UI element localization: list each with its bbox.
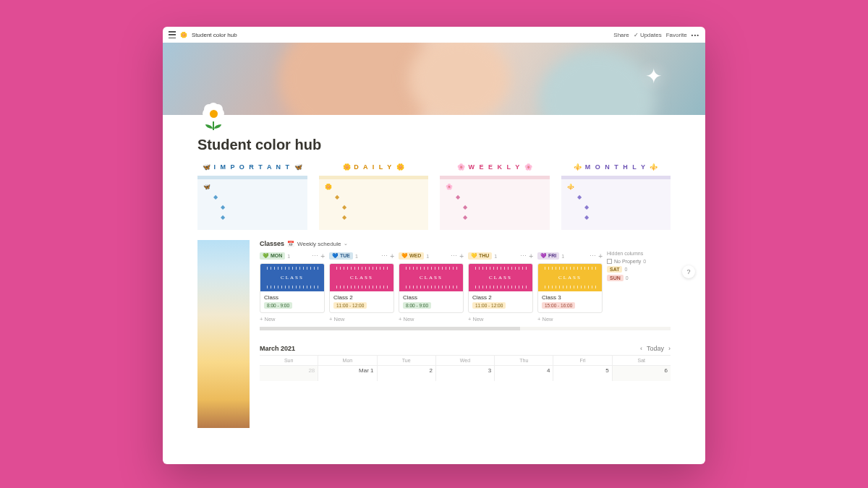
new-card-button[interactable]: New bbox=[260, 316, 325, 322]
weekday-label: Sat bbox=[613, 356, 671, 365]
column-count: 1 bbox=[426, 254, 429, 259]
card-cover: CLASS bbox=[538, 264, 602, 291]
block-body[interactable]: 🦋◆◆◆ bbox=[197, 179, 307, 230]
calendar-day[interactable]: 6 bbox=[613, 365, 671, 381]
card-cover: CLASS bbox=[330, 264, 393, 291]
card-cover: CLASS bbox=[399, 264, 463, 291]
day-tag[interactable]: 💚 MON bbox=[260, 252, 285, 260]
column-count: 0 bbox=[624, 267, 627, 272]
prev-month-icon[interactable]: ‹ bbox=[640, 345, 642, 352]
bullet-icon: ◆ bbox=[456, 194, 544, 200]
block-item-icon: 🦋 bbox=[203, 184, 210, 190]
bullet-icon: ◆ bbox=[463, 204, 544, 210]
new-card-button[interactable]: New bbox=[399, 316, 464, 322]
block-deco-icon: ⚜️ bbox=[650, 163, 658, 171]
breadcrumb[interactable]: Student color hub bbox=[192, 32, 237, 38]
weekday-label: Mon bbox=[318, 356, 376, 365]
block-heading[interactable]: ⚜️ M O N T H L Y ⚜️ bbox=[561, 163, 671, 174]
calendar-day[interactable]: 2 bbox=[378, 365, 435, 381]
day-tag[interactable]: SAT bbox=[607, 266, 622, 273]
view-selector[interactable]: Weekly schedule bbox=[297, 241, 341, 247]
page-icon[interactable] bbox=[203, 103, 229, 129]
calendar-month[interactable]: March 2021 bbox=[260, 345, 295, 352]
updates-button[interactable]: Updates bbox=[634, 32, 662, 38]
column-more-icon[interactable]: ⋯ bbox=[451, 252, 457, 260]
today-button[interactable]: Today bbox=[647, 345, 664, 352]
side-image bbox=[197, 240, 250, 428]
hidden-columns-label[interactable]: Hidden columns bbox=[607, 251, 654, 256]
class-card[interactable]: CLASSClass8:00 - 9:00 bbox=[399, 263, 464, 313]
sidebar-toggle-icon[interactable] bbox=[169, 31, 176, 38]
new-card-button[interactable]: New bbox=[468, 316, 533, 322]
column-add-icon[interactable]: + bbox=[529, 252, 533, 260]
chevron-down-icon[interactable]: ⌄ bbox=[344, 241, 348, 247]
block-deco-icon: ⚜️ bbox=[574, 163, 582, 171]
block-body[interactable]: 🌸◆◆◆ bbox=[440, 179, 550, 230]
favorite-button[interactable]: Favorite bbox=[666, 32, 687, 38]
bullet-icon: ◆ bbox=[221, 204, 302, 210]
weekday-label: Tue bbox=[378, 356, 435, 365]
card-time: 11:00 - 12:00 bbox=[333, 302, 367, 309]
day-tag[interactable]: SUN bbox=[607, 275, 624, 281]
day-tag[interactable]: 🧡 WED bbox=[399, 252, 424, 260]
calendar-day[interactable]: 4 bbox=[495, 365, 553, 381]
block-deco-icon: 🌼 bbox=[396, 163, 404, 171]
next-month-icon[interactable]: › bbox=[668, 345, 671, 352]
noprop-label[interactable]: No Property bbox=[614, 259, 641, 264]
block-body[interactable]: 🌼◆◆◆ bbox=[319, 179, 429, 230]
block-heading[interactable]: 🦋 I M P O R T A N T 🦋 bbox=[197, 163, 307, 174]
help-button[interactable]: ? bbox=[682, 265, 695, 278]
card-time: 8:00 - 9:00 bbox=[403, 302, 431, 309]
bullet-icon: ◆ bbox=[221, 214, 302, 221]
page-title[interactable]: Student color hub bbox=[197, 137, 671, 153]
class-card[interactable]: CLASSClass 315:00 - 16:00 bbox=[537, 263, 603, 313]
butterfly-icon: ✦ bbox=[645, 64, 662, 88]
day-tag[interactable]: 💜 FRI bbox=[537, 252, 559, 260]
block-deco-icon: 🦋 bbox=[294, 163, 302, 171]
horizontal-scrollbar[interactable] bbox=[260, 327, 671, 330]
bullet-icon: ◆ bbox=[463, 214, 544, 221]
more-menu-icon[interactable]: ••• bbox=[692, 32, 699, 38]
block-heading[interactable]: 🌼 D A I L Y 🌼 bbox=[319, 163, 429, 174]
column-more-icon[interactable]: ⋯ bbox=[312, 252, 318, 260]
block-body[interactable]: ⚜️◆◆◆ bbox=[561, 179, 671, 230]
calendar-day[interactable]: 28 bbox=[260, 365, 318, 381]
column-add-icon[interactable]: + bbox=[598, 252, 603, 260]
weekday-label: Sun bbox=[260, 356, 318, 365]
column-more-icon[interactable]: ⋯ bbox=[590, 252, 596, 260]
card-title: Class 2 bbox=[472, 294, 529, 301]
share-button[interactable]: Share bbox=[613, 32, 629, 38]
new-card-button[interactable]: New bbox=[329, 316, 394, 322]
day-tag[interactable]: 💛 THU bbox=[468, 252, 492, 260]
calendar-day[interactable]: Mar 1 bbox=[318, 365, 376, 381]
noprop-count: 0 bbox=[643, 259, 646, 264]
block-heading[interactable]: 🌸 W E E K L Y 🌸 bbox=[440, 163, 550, 174]
column-more-icon[interactable]: ⋯ bbox=[381, 252, 388, 260]
block-deco-icon: 🌸 bbox=[457, 163, 465, 171]
database-title[interactable]: Classes bbox=[260, 240, 284, 247]
column-count: 1 bbox=[287, 254, 290, 259]
breadcrumb-icon: 🌼 bbox=[180, 32, 187, 38]
bullet-icon: ◆ bbox=[335, 194, 423, 200]
bullet-icon: ◆ bbox=[584, 204, 665, 210]
card-title: Class 2 bbox=[333, 294, 390, 301]
view-icon: 📅 bbox=[287, 241, 294, 247]
block-deco-icon: 🌸 bbox=[524, 163, 532, 171]
card-time: 11:00 - 12:00 bbox=[472, 302, 506, 309]
class-card[interactable]: CLASSClass 211:00 - 12:00 bbox=[468, 263, 533, 313]
day-tag[interactable]: 💙 TUE bbox=[329, 252, 353, 260]
class-card[interactable]: CLASSClass 211:00 - 12:00 bbox=[329, 263, 394, 313]
bullet-icon: ◆ bbox=[213, 194, 302, 200]
class-card[interactable]: CLASSClass8:00 - 9:00 bbox=[260, 263, 325, 313]
calendar-day[interactable]: 3 bbox=[436, 365, 494, 381]
column-add-icon[interactable]: + bbox=[390, 252, 394, 260]
column-more-icon[interactable]: ⋯ bbox=[520, 252, 527, 260]
cover-image[interactable]: ✦ bbox=[163, 43, 705, 115]
new-card-button[interactable]: New bbox=[537, 316, 603, 322]
calendar-day[interactable]: 5 bbox=[553, 365, 611, 381]
card-title: Class 3 bbox=[542, 294, 598, 301]
card-cover: CLASS bbox=[469, 264, 532, 291]
card-time: 8:00 - 9:00 bbox=[264, 302, 292, 309]
column-add-icon[interactable]: + bbox=[459, 252, 464, 260]
column-add-icon[interactable]: + bbox=[320, 252, 325, 260]
